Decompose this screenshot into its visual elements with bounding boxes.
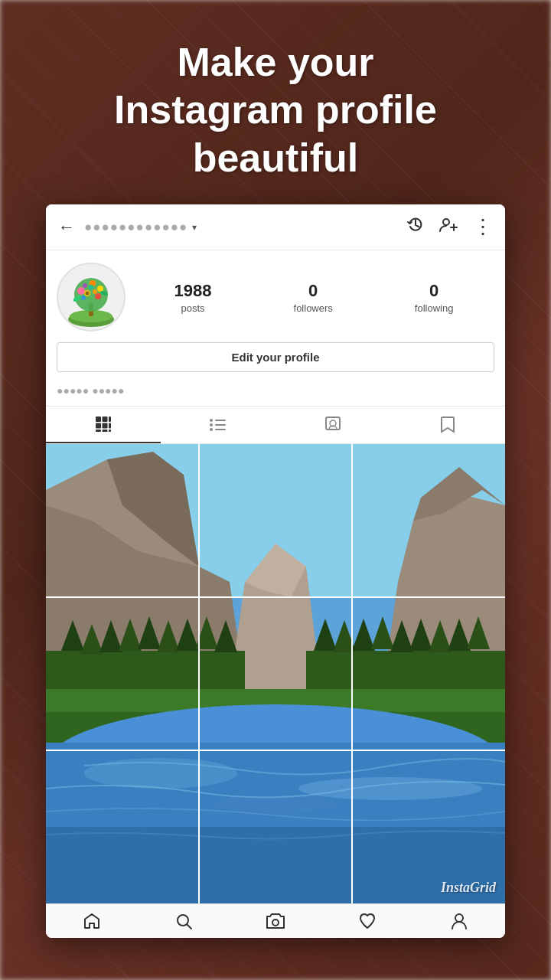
instagram-topbar: ← ●●●●●●●●●●●● ▾ xyxy=(46,204,505,250)
headline-line1: Make your xyxy=(177,40,373,84)
svg-rect-25 xyxy=(109,423,111,429)
svg-rect-27 xyxy=(103,430,108,432)
svg-line-79 xyxy=(187,925,192,929)
display-name-text: ●●●●● ●●●●● xyxy=(57,384,124,397)
back-button[interactable]: ← xyxy=(58,217,75,237)
svg-point-11 xyxy=(83,283,87,288)
headline-line2: Instagram profile beautiful xyxy=(114,87,437,179)
profile-tabs xyxy=(46,406,505,444)
photo-grid: InstaGrid xyxy=(46,444,505,903)
svg-rect-34 xyxy=(215,429,226,430)
svg-rect-21 xyxy=(103,416,108,422)
nav-search[interactable] xyxy=(138,912,230,930)
nav-profile[interactable] xyxy=(413,912,505,930)
topbar-icons: ⋮ xyxy=(407,215,493,239)
nav-heart[interactable] xyxy=(321,912,413,930)
edit-profile-button[interactable]: Edit your profile xyxy=(57,342,494,372)
svg-rect-24 xyxy=(103,423,108,429)
svg-rect-32 xyxy=(215,424,226,426)
headline-section: Make your Instagram profile beautiful xyxy=(0,0,551,204)
svg-rect-20 xyxy=(96,416,101,422)
page-content: Make your Instagram profile beautiful ← … xyxy=(0,0,551,980)
svg-rect-23 xyxy=(96,423,101,429)
dropdown-arrow-icon[interactable]: ▾ xyxy=(192,222,197,233)
tab-grid[interactable] xyxy=(46,407,161,443)
svg-point-9 xyxy=(97,286,103,292)
svg-rect-26 xyxy=(96,430,101,432)
posts-count: 1988 xyxy=(174,281,212,301)
following-count: 0 xyxy=(429,281,439,301)
profile-stats: 1988 posts 0 followers 0 following xyxy=(126,263,494,332)
svg-point-80 xyxy=(272,920,279,926)
svg-point-71 xyxy=(298,777,482,800)
following-label: following xyxy=(415,302,454,314)
svg-point-17 xyxy=(86,292,90,296)
profile-section: 1988 posts 0 followers 0 following xyxy=(46,250,505,339)
svg-point-12 xyxy=(95,293,101,299)
svg-rect-28 xyxy=(109,430,111,432)
svg-rect-35 xyxy=(326,417,340,430)
tab-tagged[interactable] xyxy=(276,407,390,443)
svg-point-29 xyxy=(210,419,213,422)
more-options-icon[interactable]: ⋮ xyxy=(473,215,493,239)
posts-stat: 1988 posts xyxy=(174,281,212,314)
username-label: ●●●●●●●●●●●● xyxy=(84,220,187,235)
svg-point-14 xyxy=(89,285,93,289)
svg-point-31 xyxy=(210,423,213,426)
history-icon[interactable] xyxy=(407,217,424,238)
username-area: ●●●●●●●●●●●● ▾ xyxy=(84,220,407,235)
svg-rect-22 xyxy=(109,416,111,422)
followers-label: followers xyxy=(294,302,333,314)
tab-saved[interactable] xyxy=(390,407,505,443)
followers-count: 0 xyxy=(308,281,318,301)
add-user-icon[interactable] xyxy=(439,217,458,238)
nav-home[interactable] xyxy=(46,912,138,930)
bottom-navigation xyxy=(46,903,505,938)
followers-stat: 0 followers xyxy=(294,281,333,314)
instagrid-watermark: InstaGrid xyxy=(441,880,496,896)
svg-point-0 xyxy=(443,219,449,225)
avatar xyxy=(57,263,126,332)
tab-list[interactable] xyxy=(161,407,276,443)
svg-point-33 xyxy=(210,428,213,431)
nav-camera[interactable] xyxy=(230,912,321,930)
svg-point-81 xyxy=(455,914,463,922)
display-name: ●●●●● ●●●●● xyxy=(46,383,505,406)
svg-point-13 xyxy=(81,296,86,300)
headline-text: Make your Instagram profile beautiful xyxy=(31,38,520,181)
svg-point-8 xyxy=(77,287,85,295)
phone-mockup: ← ●●●●●●●●●●●● ▾ xyxy=(46,204,505,938)
edit-profile-row: Edit your profile xyxy=(46,339,505,383)
svg-rect-30 xyxy=(215,420,226,421)
following-stat: 0 following xyxy=(415,281,454,314)
posts-label: posts xyxy=(181,302,204,314)
svg-point-15 xyxy=(93,289,97,294)
